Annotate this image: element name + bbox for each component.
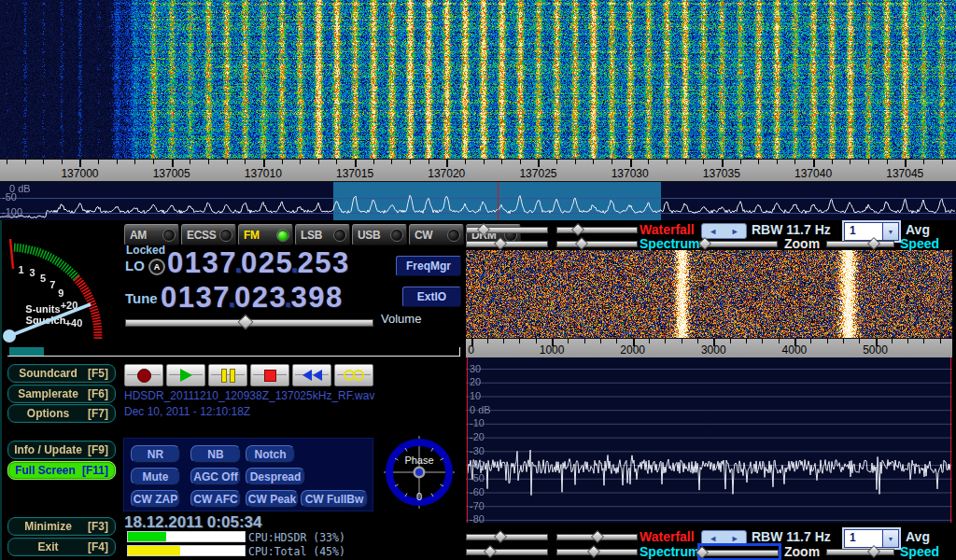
fullscreen-button[interactable]: Full Screen[F11]: [7, 461, 116, 480]
main-rf-waterfall[interactable]: [0, 0, 956, 159]
scale-tick: [7, 160, 7, 164]
lo-frequency-display[interactable]: 0137.025.253: [167, 246, 350, 280]
cpu-total-fill: [128, 546, 180, 555]
af-waterfall[interactable]: [466, 250, 952, 338]
overview-spectrum-canvas[interactable]: [0, 182, 956, 220]
scroll-left-icon[interactable]: ◄: [709, 227, 717, 236]
waterfall-contrast-slider-top[interactable]: [466, 223, 548, 235]
nb-button[interactable]: NB: [190, 445, 241, 463]
agc-off-button[interactable]: AGC Off: [190, 468, 241, 485]
rewind-button[interactable]: [292, 364, 331, 386]
play-button[interactable]: [166, 364, 205, 386]
scale-tick: [355, 160, 357, 167]
waterfall-contrast-slider-bottom[interactable]: [466, 530, 548, 542]
mode-am-button[interactable]: AM: [124, 224, 179, 245]
loop-button[interactable]: [334, 364, 373, 386]
scale-tick: [740, 160, 741, 164]
stop-button[interactable]: [250, 364, 289, 386]
scale-tick: [843, 339, 844, 343]
af-spectrum[interactable]: 3020100 dB-10-20-30-40-50-60-70-80: [466, 357, 952, 523]
speed-slider-top[interactable]: [826, 237, 894, 249]
locked-label: Locked: [126, 244, 165, 257]
db-axis-label: 30: [470, 363, 481, 374]
date-time-display: 18.12.2011 0:05:34: [124, 513, 261, 532]
phase-indicator[interactable]: Phase 0: [382, 435, 457, 510]
waterfall-brightness-slider-top[interactable]: [556, 223, 638, 235]
scale-tick: [556, 160, 557, 164]
options-button[interactable]: Options[F7]: [7, 404, 116, 423]
spectrum-brightness-slider-top[interactable]: [556, 237, 638, 249]
db-axis-label: 0 dB: [470, 404, 491, 415]
scale-tick: [538, 160, 540, 167]
scale-tick: [172, 160, 174, 167]
record-button[interactable]: [124, 364, 163, 386]
extio-button[interactable]: ExtIO: [402, 287, 461, 307]
s-meter-tick-1: 1: [18, 264, 23, 275]
mute-button[interactable]: Mute: [131, 468, 180, 485]
scale-tick: [593, 160, 594, 164]
mode-usb-button[interactable]: USB: [352, 224, 407, 245]
samplerate-button[interactable]: Samplerate[F6]: [7, 385, 116, 403]
spectrum-label-bottom: Spectrum: [640, 544, 700, 559]
avg-label-top: Avg: [906, 222, 930, 237]
spectrum-contrast-slider-top[interactable]: [466, 237, 548, 249]
squelch-level-bar[interactable]: [7, 347, 460, 357]
scale-label: 137040: [794, 167, 832, 180]
info-update-button[interactable]: Info / Update[F9]: [7, 441, 116, 459]
exit-button[interactable]: Exit[F4]: [7, 538, 116, 556]
scale-tick: [730, 339, 731, 343]
spectrum-contrast-slider-bottom[interactable]: [466, 545, 548, 557]
mode-ecss-button[interactable]: ECSS: [181, 224, 236, 245]
cpu-hdsdr-fill: [128, 532, 166, 541]
minimize-button[interactable]: Minimize[F3]: [7, 517, 116, 536]
tune-frequency-display[interactable]: 0137.023.398: [161, 281, 344, 315]
spectrum-brightness-slider-bottom[interactable]: [556, 545, 638, 557]
scroll-right-icon[interactable]: ►: [731, 227, 739, 236]
cw-fullbw-button[interactable]: CW FullBw: [301, 490, 368, 508]
cpu-total-bar: [127, 545, 246, 556]
scroll-right-icon[interactable]: ►: [731, 534, 739, 543]
scale-tick: [536, 339, 537, 343]
mode-lsb-button[interactable]: LSB: [295, 224, 350, 245]
dsp-panel: NR NB Notch Mute AGC Off Despread CW ZAP…: [123, 438, 373, 511]
scale-tick: [832, 160, 833, 164]
freqmgr-button[interactable]: FreqMgr: [396, 256, 461, 276]
notch-button[interactable]: Notch: [246, 445, 295, 463]
overview-spectrum[interactable]: 0 dB -50 -100: [0, 182, 956, 220]
mode-cw-button[interactable]: CW: [409, 224, 464, 245]
zoom-label-top: Zoom: [784, 236, 820, 251]
waterfall-brightness-slider-bottom[interactable]: [556, 530, 638, 542]
rbw-label-top: RBW 11.7 Hz: [752, 222, 831, 237]
speed-slider-bottom[interactable]: [826, 545, 894, 557]
zoom-slider-top[interactable]: [699, 237, 778, 249]
scale-tick: [98, 160, 99, 164]
main-frequency-scale[interactable]: 1370001370051370101370151370201370251370…: [0, 159, 956, 182]
squelch-marker[interactable]: [10, 239, 13, 269]
phase-label: Phase: [404, 455, 433, 466]
volume-slider[interactable]: [125, 315, 373, 329]
soundcard-button[interactable]: Soundcard[F5]: [7, 364, 116, 383]
mode-fm-button[interactable]: FM: [238, 224, 293, 245]
lo-auto-badge[interactable]: A: [148, 259, 165, 275]
cw-afc-button[interactable]: CW AFC: [190, 490, 241, 508]
db-axis-label: -50: [470, 472, 485, 483]
zoom-slider-bottom[interactable]: [700, 546, 779, 558]
pause-button[interactable]: [208, 364, 247, 386]
despread-button[interactable]: Despread: [246, 468, 305, 485]
af-controls-bottom: Waterfall ◄ ► RBW 11.7 Hz 1 ▼ Avg Spectr…: [463, 527, 956, 560]
play-icon: [180, 369, 192, 382]
af-frequency-scale[interactable]: 010002000300040005000: [466, 338, 952, 358]
scale-tick: [868, 160, 869, 164]
nr-button[interactable]: NR: [131, 445, 180, 463]
scroll-left-icon[interactable]: ◄: [709, 534, 717, 543]
scale-tick: [519, 339, 520, 343]
scale-tick: [667, 160, 668, 164]
af-spectrum-db-axis: 3020100 dB-10-20-30-40-50-60-70-80: [466, 357, 522, 523]
scale-label: 1000: [540, 343, 565, 357]
scale-tick: [923, 339, 924, 343]
cw-peak-button[interactable]: CW Peak: [246, 490, 299, 508]
pause-icon: [221, 369, 235, 383]
cw-zap-button[interactable]: CW ZAP: [131, 490, 180, 508]
scale-tick: [25, 160, 26, 164]
af-spectrum-canvas[interactable]: [466, 357, 952, 523]
